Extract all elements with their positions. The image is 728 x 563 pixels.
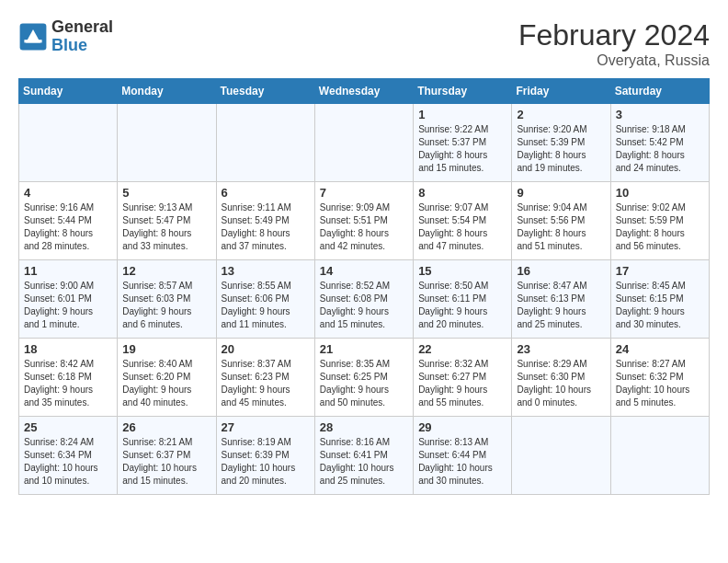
day-number: 8 xyxy=(418,186,506,200)
week-row-4: 18Sunrise: 8:42 AM Sunset: 6:18 PM Dayli… xyxy=(19,339,710,417)
calendar-cell: 2Sunrise: 9:20 AM Sunset: 5:39 PM Daylig… xyxy=(512,104,610,182)
logo-text: General Blue xyxy=(51,18,113,55)
day-number: 22 xyxy=(418,342,506,356)
calendar-cell: 14Sunrise: 8:52 AM Sunset: 6:08 PM Dayli… xyxy=(314,260,413,339)
cell-info: Sunrise: 9:13 AM Sunset: 5:47 PM Dayligh… xyxy=(122,201,210,253)
header-day-wednesday: Wednesday xyxy=(314,79,413,104)
day-number: 12 xyxy=(122,264,210,278)
week-row-1: 1Sunrise: 9:22 AM Sunset: 5:37 PM Daylig… xyxy=(19,104,710,182)
calendar-cell: 27Sunrise: 8:19 AM Sunset: 6:39 PM Dayli… xyxy=(216,417,314,495)
cell-info: Sunrise: 9:18 AM Sunset: 5:42 PM Dayligh… xyxy=(616,123,704,175)
day-number: 1 xyxy=(418,108,506,121)
svg-rect-2 xyxy=(24,40,41,42)
cell-info: Sunrise: 8:45 AM Sunset: 6:15 PM Dayligh… xyxy=(616,280,704,331)
calendar-cell: 20Sunrise: 8:37 AM Sunset: 6:23 PM Dayli… xyxy=(216,339,314,417)
calendar-cell: 15Sunrise: 8:50 AM Sunset: 6:11 PM Dayli… xyxy=(414,260,512,339)
calendar-cell: 17Sunrise: 8:45 AM Sunset: 6:15 PM Dayli… xyxy=(610,260,709,339)
day-number: 29 xyxy=(418,420,506,434)
calendar-cell: 5Sunrise: 9:13 AM Sunset: 5:47 PM Daylig… xyxy=(118,182,216,260)
header-day-tuesday: Tuesday xyxy=(216,79,314,104)
week-row-5: 25Sunrise: 8:24 AM Sunset: 6:34 PM Dayli… xyxy=(19,417,710,495)
header-day-saturday: Saturday xyxy=(610,79,709,104)
week-row-3: 11Sunrise: 9:00 AM Sunset: 6:01 PM Dayli… xyxy=(19,260,710,339)
cell-info: Sunrise: 8:16 AM Sunset: 6:41 PM Dayligh… xyxy=(320,436,408,488)
calendar-cell: 18Sunrise: 8:42 AM Sunset: 6:18 PM Dayli… xyxy=(19,339,118,417)
day-number: 5 xyxy=(122,186,210,200)
day-number: 4 xyxy=(24,186,112,200)
title-block: February 2024 Overyata, Russia xyxy=(518,18,710,69)
cell-info: Sunrise: 8:52 AM Sunset: 6:08 PM Dayligh… xyxy=(320,280,408,331)
calendar-cell: 29Sunrise: 8:13 AM Sunset: 6:44 PM Dayli… xyxy=(414,417,512,495)
cell-info: Sunrise: 9:16 AM Sunset: 5:44 PM Dayligh… xyxy=(24,201,112,253)
cell-info: Sunrise: 8:35 AM Sunset: 6:25 PM Dayligh… xyxy=(320,358,408,409)
calendar-cell xyxy=(118,104,216,182)
calendar-cell: 3Sunrise: 9:18 AM Sunset: 5:42 PM Daylig… xyxy=(610,104,709,182)
calendar-cell: 28Sunrise: 8:16 AM Sunset: 6:41 PM Dayli… xyxy=(314,417,413,495)
calendar-cell: 25Sunrise: 8:24 AM Sunset: 6:34 PM Dayli… xyxy=(19,417,118,495)
cell-info: Sunrise: 8:32 AM Sunset: 6:27 PM Dayligh… xyxy=(418,358,506,409)
header-day-friday: Friday xyxy=(512,79,610,104)
calendar-cell: 24Sunrise: 8:27 AM Sunset: 6:32 PM Dayli… xyxy=(610,339,709,417)
day-number: 21 xyxy=(320,342,408,356)
day-number: 27 xyxy=(222,420,310,434)
calendar-cell: 13Sunrise: 8:55 AM Sunset: 6:06 PM Dayli… xyxy=(216,260,314,339)
calendar-body: 1Sunrise: 9:22 AM Sunset: 5:37 PM Daylig… xyxy=(19,104,710,495)
logo-icon xyxy=(18,22,48,52)
calendar-cell: 22Sunrise: 8:32 AM Sunset: 6:27 PM Dayli… xyxy=(414,339,512,417)
cell-info: Sunrise: 9:07 AM Sunset: 5:54 PM Dayligh… xyxy=(418,201,506,253)
cell-info: Sunrise: 9:22 AM Sunset: 5:37 PM Dayligh… xyxy=(418,123,506,175)
calendar-cell: 26Sunrise: 8:21 AM Sunset: 6:37 PM Dayli… xyxy=(118,417,216,495)
day-number: 11 xyxy=(24,264,112,278)
week-row-2: 4Sunrise: 9:16 AM Sunset: 5:44 PM Daylig… xyxy=(19,182,710,260)
calendar-cell: 11Sunrise: 9:00 AM Sunset: 6:01 PM Dayli… xyxy=(19,260,118,339)
day-number: 9 xyxy=(517,186,605,200)
day-number: 15 xyxy=(418,264,506,278)
day-number: 3 xyxy=(616,108,704,121)
cell-info: Sunrise: 9:04 AM Sunset: 5:56 PM Dayligh… xyxy=(517,201,605,253)
calendar-cell: 4Sunrise: 9:16 AM Sunset: 5:44 PM Daylig… xyxy=(19,182,118,260)
header-day-thursday: Thursday xyxy=(414,79,512,104)
day-number: 14 xyxy=(320,264,408,278)
day-number: 6 xyxy=(222,186,310,200)
day-number: 18 xyxy=(24,342,112,356)
cell-info: Sunrise: 8:27 AM Sunset: 6:32 PM Dayligh… xyxy=(616,358,704,409)
cell-info: Sunrise: 8:19 AM Sunset: 6:39 PM Dayligh… xyxy=(222,436,310,488)
day-number: 23 xyxy=(517,342,605,356)
location: Overyata, Russia xyxy=(518,52,710,69)
calendar-cell xyxy=(610,417,709,495)
calendar-cell: 10Sunrise: 9:02 AM Sunset: 5:59 PM Dayli… xyxy=(610,182,709,260)
page-header: General Blue February 2024 Overyata, Rus… xyxy=(18,18,710,69)
calendar-cell xyxy=(314,104,413,182)
day-number: 17 xyxy=(616,264,704,278)
calendar-cell: 6Sunrise: 9:11 AM Sunset: 5:49 PM Daylig… xyxy=(216,182,314,260)
cell-info: Sunrise: 9:09 AM Sunset: 5:51 PM Dayligh… xyxy=(320,201,408,253)
cell-info: Sunrise: 8:42 AM Sunset: 6:18 PM Dayligh… xyxy=(24,358,112,409)
header-row: SundayMondayTuesdayWednesdayThursdayFrid… xyxy=(19,79,710,104)
day-number: 25 xyxy=(24,420,112,434)
logo-blue: Blue xyxy=(51,37,113,55)
calendar-cell xyxy=(512,417,610,495)
calendar-cell: 9Sunrise: 9:04 AM Sunset: 5:56 PM Daylig… xyxy=(512,182,610,260)
header-day-sunday: Sunday xyxy=(19,79,118,104)
logo-general: General xyxy=(51,18,113,37)
cell-info: Sunrise: 9:11 AM Sunset: 5:49 PM Dayligh… xyxy=(222,201,310,253)
cell-info: Sunrise: 9:02 AM Sunset: 5:59 PM Dayligh… xyxy=(616,201,704,253)
calendar-cell: 23Sunrise: 8:29 AM Sunset: 6:30 PM Dayli… xyxy=(512,339,610,417)
calendar-cell: 7Sunrise: 9:09 AM Sunset: 5:51 PM Daylig… xyxy=(314,182,413,260)
day-number: 20 xyxy=(222,342,310,356)
cell-info: Sunrise: 8:57 AM Sunset: 6:03 PM Dayligh… xyxy=(122,280,210,331)
cell-info: Sunrise: 9:20 AM Sunset: 5:39 PM Dayligh… xyxy=(517,123,605,175)
cell-info: Sunrise: 9:00 AM Sunset: 6:01 PM Dayligh… xyxy=(24,280,112,331)
header-day-monday: Monday xyxy=(118,79,216,104)
day-number: 13 xyxy=(222,264,310,278)
calendar-cell xyxy=(216,104,314,182)
month-year: February 2024 xyxy=(518,18,710,52)
day-number: 10 xyxy=(616,186,704,200)
cell-info: Sunrise: 8:40 AM Sunset: 6:20 PM Dayligh… xyxy=(122,358,210,409)
day-number: 28 xyxy=(320,420,408,434)
calendar-table: SundayMondayTuesdayWednesdayThursdayFrid… xyxy=(18,78,710,495)
calendar-cell: 21Sunrise: 8:35 AM Sunset: 6:25 PM Dayli… xyxy=(314,339,413,417)
day-number: 2 xyxy=(517,108,605,121)
calendar-cell: 16Sunrise: 8:47 AM Sunset: 6:13 PM Dayli… xyxy=(512,260,610,339)
calendar-cell: 12Sunrise: 8:57 AM Sunset: 6:03 PM Dayli… xyxy=(118,260,216,339)
